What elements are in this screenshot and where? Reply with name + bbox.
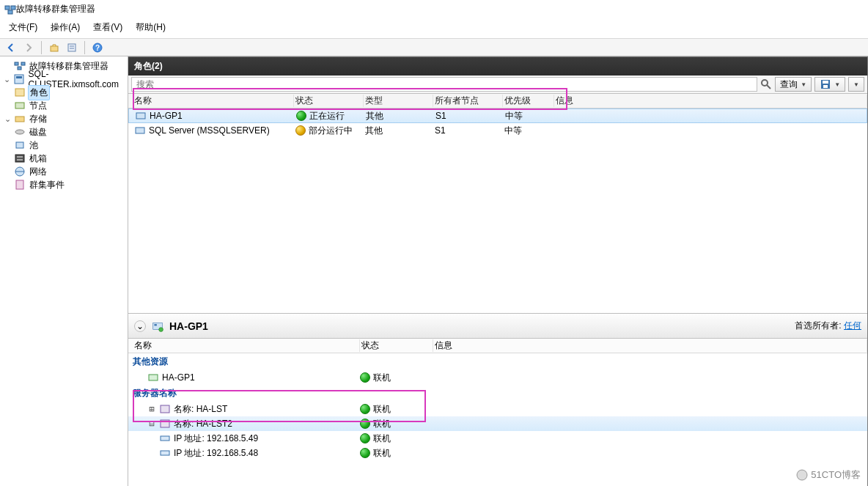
- tree-storage[interactable]: ⌄ 存储: [0, 112, 128, 125]
- status-partial-icon: [295, 125, 306, 136]
- tree-events[interactable]: 群集事件: [0, 178, 128, 191]
- svg-rect-21: [17, 159, 23, 161]
- ip-address-icon: [159, 432, 171, 444]
- role-icon: [135, 110, 147, 122]
- search-input[interactable]: [131, 77, 757, 92]
- svg-rect-15: [15, 103, 24, 108]
- role-name: HA-GP1: [150, 111, 183, 121]
- role-type: 其他: [364, 110, 434, 122]
- role-row[interactable]: HA-GP1 正在运行 其他 S1 中等: [128, 108, 867, 123]
- tree-cluster[interactable]: ⌄ SQL-CLUSTER.ixmsoft.com: [0, 73, 128, 86]
- enclosure-icon: [14, 152, 26, 164]
- tree-label: 群集事件: [28, 178, 66, 192]
- up-button[interactable]: [46, 40, 62, 55]
- watermark-text: 51CTO博客: [811, 468, 861, 482]
- expand-toggle[interactable]: ⊞: [147, 404, 156, 414]
- server-name-icon: [159, 418, 171, 430]
- clear-button[interactable]: ▼: [848, 77, 864, 92]
- role-status: 正在运行: [309, 110, 345, 122]
- resource-row[interactable]: IP 地址: 192.168.5.48 联机: [128, 446, 867, 460]
- svg-rect-13: [16, 76, 22, 78]
- grid-header: 名称 状态 类型 所有者节点 优先级 信息: [128, 94, 867, 108]
- title-bar: 故障转移群集管理器: [0, 0, 868, 18]
- tree-label: 机箱: [28, 152, 48, 166]
- save-query-button[interactable]: ▼: [814, 77, 845, 92]
- query-button[interactable]: 查询▼: [775, 77, 812, 92]
- roles-grid: 名称 状态 类型 所有者节点 优先级 信息 HA-GP1 正在运行 其他 S1 …: [128, 94, 867, 314]
- svg-rect-1: [11, 6, 15, 10]
- role-row[interactable]: SQL Server (MSSQLSERVER) 部分运行中 其他 S1 中等: [128, 123, 867, 138]
- svg-rect-24: [16, 180, 23, 189]
- dcol-status[interactable]: 状态: [360, 339, 433, 352]
- search-icon[interactable]: [760, 78, 772, 90]
- role-priority: 中等: [503, 125, 554, 137]
- svg-rect-12: [15, 75, 23, 84]
- detail-header-row: 名称 状态 信息: [128, 339, 867, 353]
- tree-disks[interactable]: 磁盘: [0, 125, 128, 139]
- dcol-name[interactable]: 名称: [133, 339, 360, 352]
- role-status: 部分运行中: [309, 125, 353, 137]
- navigation-tree: 故障转移群集管理器 ⌄ SQL-CLUSTER.ixmsoft.com 角色 节…: [0, 56, 128, 486]
- collapse-icon[interactable]: ⌄: [3, 114, 12, 124]
- ip-address-icon: [159, 447, 171, 459]
- tree-label: 角色: [28, 85, 50, 100]
- svg-rect-39: [161, 451, 169, 455]
- status-online-icon: [360, 419, 370, 429]
- svg-rect-35: [149, 375, 158, 380]
- svg-rect-9: [15, 62, 18, 65]
- chevron-down-icon[interactable]: ⌄: [134, 320, 146, 332]
- separator: [41, 41, 42, 54]
- svg-rect-36: [161, 405, 169, 413]
- role-type: 其他: [364, 125, 433, 137]
- resource-name: IP 地址: 192.168.5.48: [174, 447, 258, 460]
- col-status[interactable]: 状态: [294, 95, 364, 107]
- svg-rect-18: [16, 142, 23, 148]
- separator: [84, 41, 85, 54]
- back-button[interactable]: [3, 40, 19, 55]
- menu-file[interactable]: 文件(F): [6, 20, 40, 35]
- help-button[interactable]: ?: [89, 40, 106, 55]
- tree-networks[interactable]: 网络: [0, 165, 128, 178]
- watermark: 51CTO博客: [796, 468, 861, 482]
- svg-rect-19: [15, 155, 24, 162]
- role-name: SQL Server (MSSQLSERVER): [149, 125, 270, 136]
- dcol-info[interactable]: 信息: [433, 339, 867, 352]
- preferred-owner-link[interactable]: 任何: [844, 320, 861, 331]
- svg-point-34: [159, 327, 163, 331]
- resource-row[interactable]: ⊟名称: HA-LST2 联机: [128, 416, 867, 431]
- menu-action[interactable]: 操作(A): [48, 20, 83, 35]
- menu-help[interactable]: 帮助(H): [133, 20, 169, 35]
- nodes-icon: [14, 100, 26, 111]
- menu-view[interactable]: 查看(V): [90, 20, 125, 35]
- svg-rect-4: [68, 44, 76, 51]
- col-info[interactable]: 信息: [554, 95, 867, 107]
- resource-row[interactable]: HA-GP1 联机: [128, 370, 867, 385]
- group-other-resources: 其他资源: [128, 353, 867, 370]
- tree-label: 磁盘: [28, 125, 48, 139]
- tree-nodes[interactable]: 节点: [0, 99, 128, 112]
- tree-pools[interactable]: 池: [0, 139, 128, 152]
- svg-rect-30: [136, 113, 145, 119]
- col-owner[interactable]: 所有者节点: [433, 95, 503, 107]
- forward-button[interactable]: [21, 40, 37, 55]
- col-priority[interactable]: 优先级: [503, 95, 554, 107]
- tree-label: 节点: [28, 99, 48, 113]
- resource-row[interactable]: ⊞名称: HA-LST 联机: [128, 402, 867, 416]
- pool-icon: [14, 139, 26, 151]
- resource-name: 名称: HA-LST2: [174, 418, 232, 430]
- query-label: 查询: [780, 78, 798, 91]
- col-type[interactable]: 类型: [364, 95, 433, 107]
- tree-enclosures[interactable]: 机箱: [0, 152, 128, 165]
- svg-rect-31: [136, 128, 144, 133]
- col-name[interactable]: 名称: [133, 95, 294, 107]
- collapse-icon[interactable]: ⌄: [3, 75, 11, 84]
- properties-button[interactable]: [64, 40, 80, 55]
- svg-rect-14: [15, 89, 24, 96]
- resource-row[interactable]: IP 地址: 192.168.5.49 联机: [128, 431, 867, 446]
- tree-label: 池: [28, 139, 40, 152]
- save-icon: [820, 78, 831, 90]
- svg-text:?: ?: [95, 44, 100, 52]
- preferred-owner-label: 首选所有者:: [795, 320, 841, 331]
- collapse-toggle[interactable]: ⊟: [147, 419, 156, 429]
- detail-header: ⌄ HA-GP1 首选所有者: 任何: [128, 314, 867, 339]
